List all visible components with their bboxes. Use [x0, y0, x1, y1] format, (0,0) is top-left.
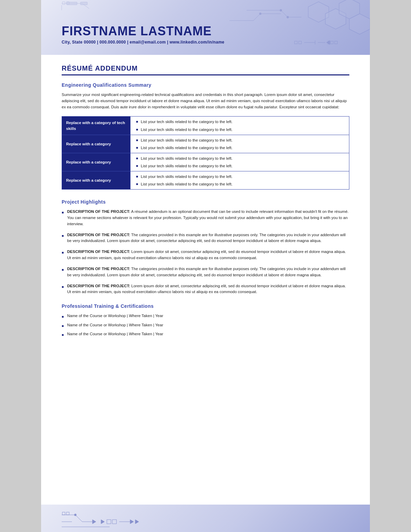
list-item: ■DESCRIPTION OF THE PROJECT: A résumé ad…: [62, 209, 349, 227]
svg-marker-40: [135, 520, 139, 524]
bullet-square-icon: ■: [62, 233, 64, 239]
skills-cell: ■List your tech skills related to the ca…: [130, 135, 349, 153]
category-cell: Replace with a category: [62, 153, 130, 171]
svg-rect-42: [62, 512, 65, 515]
svg-rect-43: [66, 512, 69, 515]
skill-item: ■List your tech skills related to the ca…: [136, 155, 344, 162]
training-text: Name of the Course or Workshop | Where T…: [67, 322, 163, 328]
project-items: ■DESCRIPTION OF THE PROJECT: A résumé ad…: [62, 209, 349, 295]
list-item: ■DESCRIPTION OF THE PROJECT: The categor…: [62, 266, 349, 278]
section-divider: [62, 74, 349, 75]
bullet-square-icon: ■: [62, 210, 64, 215]
skill-item: ■List your tech skills related to the ca…: [136, 180, 344, 188]
skill-item: ■List your tech skills related to the ca…: [136, 144, 344, 152]
bullet-square-icon: ■: [62, 323, 64, 329]
project-heading: Project Highlights: [62, 199, 349, 205]
table-row: Replace with a category■List your tech s…: [62, 171, 349, 190]
svg-rect-20: [295, 41, 297, 44]
skill-item: ■List your tech skills related to the ca…: [136, 126, 344, 133]
project-text: DESCRIPTION OF THE PROJECT: The categori…: [67, 266, 349, 278]
bullet-square-icon: ■: [62, 267, 64, 273]
bullet-icon: ■: [136, 138, 138, 143]
bullet-icon: ■: [136, 119, 138, 124]
svg-marker-39: [130, 520, 134, 524]
contact-info: City, State 00000 | 000.000.0000 | email…: [62, 40, 224, 45]
category-cell: Replace with a category of tech skills: [62, 117, 130, 135]
list-item: ■Name of the Course or Workshop | Where …: [62, 331, 349, 338]
bullet-icon: ■: [136, 145, 138, 150]
svg-point-11: [287, 16, 289, 18]
addendum-section: RÉSUMÉ ADDENDUM: [62, 64, 349, 75]
skills-cell: ■List your tech skills related to the ca…: [130, 117, 349, 135]
table-row: Replace with a category■List your tech s…: [62, 135, 349, 153]
main-content: RÉSUMÉ ADDENDUM Engineering Qualificatio…: [41, 55, 370, 354]
svg-rect-28: [335, 41, 337, 44]
engineering-section: Engineering Qualifications Summary Summa…: [62, 82, 349, 110]
svg-rect-18: [62, 2, 65, 4]
svg-line-30: [75, 515, 82, 522]
resume-page: FIRSTNAME LASTNAME City, State 00000 | 0…: [41, 0, 370, 532]
svg-marker-35: [101, 520, 104, 524]
svg-rect-37: [112, 520, 116, 524]
svg-marker-34: [92, 520, 96, 524]
list-item: ■DESCRIPTION OF THE PROJECT: Lorem ipsum…: [62, 283, 349, 295]
svg-line-8: [253, 14, 260, 21]
svg-rect-27: [331, 41, 333, 44]
training-items: ■Name of the Course or Workshop | Where …: [62, 313, 349, 338]
skills-table: Replace with a category of tech skills■L…: [62, 116, 349, 190]
footer-circuit: [41, 505, 370, 532]
skill-item: ■List your tech skills related to the ca…: [136, 118, 344, 125]
list-item: ■Name of the Course or Workshop | Where …: [62, 322, 349, 329]
bullet-icon: ■: [136, 174, 138, 179]
name-block: FIRSTNAME LASTNAME City, State 00000 | 0…: [62, 24, 224, 45]
full-name: FIRSTNAME LASTNAME: [62, 24, 224, 38]
project-text: DESCRIPTION OF THE PROJECT: Lorem ipsum …: [67, 283, 349, 295]
bullet-square-icon: ■: [62, 314, 64, 319]
svg-point-12: [259, 13, 261, 15]
list-item: ■DESCRIPTION OF THE PROJECT: Lorem ipsum…: [62, 249, 349, 261]
skill-text: List your tech skills related to the cat…: [141, 181, 233, 187]
list-item: ■Name of the Course or Workshop | Where …: [62, 313, 349, 319]
svg-point-32: [74, 514, 76, 516]
skill-text: List your tech skills related to the cat…: [141, 119, 233, 124]
project-text: DESCRIPTION OF THE PROJECT: The categori…: [67, 232, 349, 244]
addendum-title: RÉSUMÉ ADDENDUM: [62, 64, 349, 72]
svg-rect-21: [299, 41, 301, 44]
bullet-icon: ■: [136, 182, 138, 186]
list-item: ■DESCRIPTION OF THE PROJECT: The categor…: [62, 232, 349, 244]
bullet-icon: ■: [136, 156, 138, 161]
svg-point-10: [280, 9, 282, 11]
table-row: Replace with a category of tech skills■L…: [62, 117, 349, 135]
summary-text: Summarize your most significant engineer…: [62, 92, 349, 110]
bullet-icon: ■: [136, 164, 138, 168]
bullet-square-icon: ■: [62, 332, 64, 338]
skill-text: List your tech skills related to the cat…: [141, 163, 233, 169]
skill-text: List your tech skills related to the cat…: [141, 174, 233, 179]
svg-line-5: [281, 10, 288, 17]
svg-rect-36: [107, 520, 111, 524]
skill-text: List your tech skills related to the cat…: [141, 127, 233, 132]
bullet-square-icon: ■: [62, 284, 64, 290]
project-highlights-section: Project Highlights ■DESCRIPTION OF THE P…: [62, 199, 349, 295]
skill-item: ■List your tech skills related to the ca…: [136, 136, 344, 144]
skill-text: List your tech skills related to the cat…: [141, 156, 233, 161]
table-row: Replace with a category■List your tech s…: [62, 153, 349, 171]
project-text: DESCRIPTION OF THE PROJECT: A résumé add…: [67, 209, 349, 227]
skills-cell: ■List your tech skills related to the ca…: [130, 171, 349, 190]
training-section: Professional Training & Certifications ■…: [62, 303, 349, 338]
header-section: FIRSTNAME LASTNAME City, State 00000 | 0…: [41, 0, 370, 55]
svg-rect-16: [80, 2, 87, 5]
footer-section: [41, 505, 370, 532]
skill-item: ■List your tech skills related to the ca…: [136, 173, 344, 180]
training-text: Name of the Course or Workshop | Where T…: [67, 313, 163, 319]
training-text: Name of the Course or Workshop | Where T…: [67, 331, 163, 337]
skills-cell: ■List your tech skills related to the ca…: [130, 153, 349, 171]
skill-item: ■List your tech skills related to the ca…: [136, 162, 344, 170]
category-cell: Replace with a category: [62, 171, 130, 190]
bullet-icon: ■: [136, 127, 138, 132]
skill-text: List your tech skills related to the cat…: [141, 145, 233, 150]
training-heading: Professional Training & Certifications: [62, 303, 349, 309]
project-text: DESCRIPTION OF THE PROJECT: Lorem ipsum …: [67, 249, 349, 261]
engineering-heading: Engineering Qualifications Summary: [62, 82, 349, 88]
skill-text: List your tech skills related to the cat…: [141, 137, 233, 143]
